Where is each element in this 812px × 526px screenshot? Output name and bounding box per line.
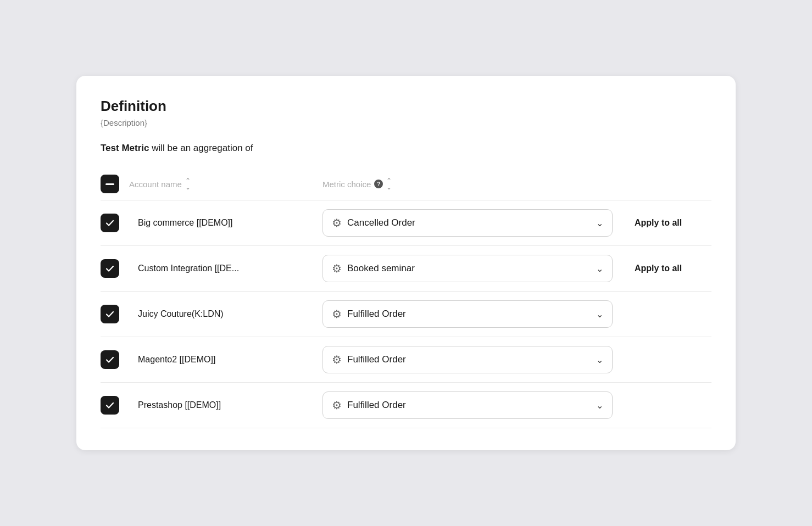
metric-value-0: Cancelled Order xyxy=(347,217,591,228)
row-check-col xyxy=(101,214,129,232)
account-name-1: Custom Integration [[DE... xyxy=(138,264,239,273)
accounts-table: Account name ⌃⌄ Metric choice ? ⌃⌄ xyxy=(101,169,711,428)
gear-icon-1: ⚙ xyxy=(332,262,342,275)
account-name-col: Prestashop [[DEMO]] xyxy=(129,400,322,410)
row-checkbox-0[interactable] xyxy=(101,214,119,232)
row-check-col xyxy=(101,396,129,415)
metric-sort-icon[interactable]: ⌃⌄ xyxy=(386,177,392,191)
metric-header-label: Metric choice ? ⌃⌄ xyxy=(322,177,613,191)
row-check-col xyxy=(101,259,129,278)
gear-icon-0: ⚙ xyxy=(332,216,342,230)
row-checkbox-2[interactable] xyxy=(101,305,119,323)
metric-col-3: ⚙ Fulfilled Order ⌄ xyxy=(322,346,624,373)
section-description: {Description} xyxy=(101,118,711,127)
aggregation-line: Test Metric will be an aggregation of xyxy=(101,143,711,154)
table-row: Big commerce [[DEMO]] ⚙ Cancelled Order … xyxy=(101,200,711,246)
definition-card: Definition {Description} Test Metric wil… xyxy=(76,76,736,450)
account-name-3: Magento2 [[DEMO]] xyxy=(138,355,215,364)
metric-col-4: ⚙ Fulfilled Order ⌄ xyxy=(322,391,624,419)
row-check-col xyxy=(101,350,129,369)
gear-icon-4: ⚙ xyxy=(332,399,342,412)
select-all-checkbox[interactable] xyxy=(101,175,119,193)
account-sort-icon[interactable]: ⌃⌄ xyxy=(185,177,191,191)
account-name-0: Big commerce [[DEMO]] xyxy=(138,218,232,227)
metric-dropdown-2[interactable]: ⚙ Fulfilled Order ⌄ xyxy=(322,300,613,328)
table-header: Account name ⌃⌄ Metric choice ? ⌃⌄ xyxy=(101,169,711,200)
section-title: Definition xyxy=(101,98,711,115)
metric-dropdown-1[interactable]: ⚙ Booked seminar ⌄ xyxy=(322,255,613,282)
row-checkbox-1[interactable] xyxy=(101,259,119,278)
account-name-col: Big commerce [[DEMO]] xyxy=(129,218,322,228)
gear-icon-3: ⚙ xyxy=(332,353,342,366)
metric-col-1: ⚙ Booked seminar ⌄ xyxy=(322,255,624,282)
metric-value-2: Fulfilled Order xyxy=(347,309,591,320)
chevron-down-icon-3: ⌄ xyxy=(596,355,603,365)
metric-dropdown-4[interactable]: ⚙ Fulfilled Order ⌄ xyxy=(322,391,613,419)
metric-name: Test Metric xyxy=(101,143,149,153)
table-row: Juicy Couture(K:LDN) ⚙ Fulfilled Order ⌄ xyxy=(101,292,711,337)
metric-col-2: ⚙ Fulfilled Order ⌄ xyxy=(322,300,624,328)
chevron-down-icon-2: ⌄ xyxy=(596,309,603,320)
metric-value-4: Fulfilled Order xyxy=(347,400,591,411)
table-body: Big commerce [[DEMO]] ⚙ Cancelled Order … xyxy=(101,200,711,428)
account-name-col: Magento2 [[DEMO]] xyxy=(129,355,322,365)
header-account-col: Account name ⌃⌄ xyxy=(129,177,322,191)
header-check-col xyxy=(101,175,129,193)
table-row: Prestashop [[DEMO]] ⚙ Fulfilled Order ⌄ xyxy=(101,383,711,428)
apply-to-all-1[interactable]: Apply to all xyxy=(624,264,682,273)
chevron-down-icon-0: ⌄ xyxy=(596,218,603,228)
account-name-col: Custom Integration [[DE... xyxy=(129,264,322,273)
chevron-down-icon-1: ⌄ xyxy=(596,264,603,274)
table-row: Custom Integration [[DE... ⚙ Booked semi… xyxy=(101,246,711,292)
metric-help-icon[interactable]: ? xyxy=(374,180,383,188)
apply-to-all-0[interactable]: Apply to all xyxy=(624,218,682,227)
account-header-label: Account name ⌃⌄ xyxy=(129,177,322,191)
account-name-col: Juicy Couture(K:LDN) xyxy=(129,309,322,319)
account-name-4: Prestashop [[DEMO]] xyxy=(138,400,221,410)
header-metric-col: Metric choice ? ⌃⌄ xyxy=(322,177,624,191)
account-name-2: Juicy Couture(K:LDN) xyxy=(138,309,224,318)
row-check-col xyxy=(101,305,129,323)
metric-value-3: Fulfilled Order xyxy=(347,354,591,365)
action-col-1: Apply to all xyxy=(624,264,711,273)
metric-dropdown-3[interactable]: ⚙ Fulfilled Order ⌄ xyxy=(322,346,613,373)
gear-icon-2: ⚙ xyxy=(332,307,342,321)
metric-dropdown-0[interactable]: ⚙ Cancelled Order ⌄ xyxy=(322,209,613,237)
metric-value-1: Booked seminar xyxy=(347,263,591,274)
row-checkbox-4[interactable] xyxy=(101,396,119,415)
action-col-0: Apply to all xyxy=(624,218,711,228)
metric-col-0: ⚙ Cancelled Order ⌄ xyxy=(322,209,624,237)
table-row: Magento2 [[DEMO]] ⚙ Fulfilled Order ⌄ xyxy=(101,337,711,383)
chevron-down-icon-4: ⌄ xyxy=(596,400,603,411)
row-checkbox-3[interactable] xyxy=(101,350,119,369)
